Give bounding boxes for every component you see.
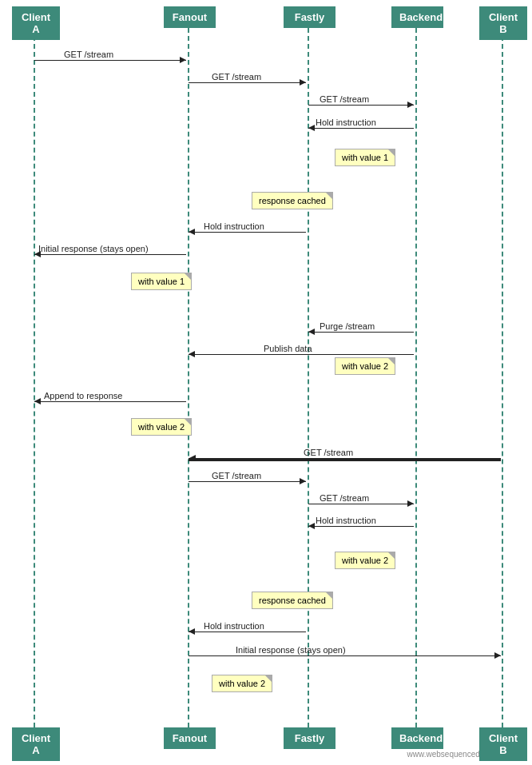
arrow-append bbox=[34, 401, 186, 402]
arrow-get-stream-3 bbox=[308, 105, 414, 106]
note-with-value-1b: with value 1 bbox=[131, 273, 192, 290]
arrow-initial-response-1 bbox=[34, 254, 186, 255]
label-publish: Publish data bbox=[264, 344, 312, 353]
label-get-stream-3: GET /stream bbox=[320, 94, 369, 104]
lifeline-clientB bbox=[502, 28, 503, 735]
participant-fanout-top: Fanout bbox=[164, 6, 216, 28]
participant-backend-top: Backend bbox=[391, 6, 443, 28]
participant-fanout-bottom: Fanout bbox=[164, 727, 216, 749]
arrow-initial-response-2 bbox=[189, 655, 501, 656]
label-hold-1: Hold instruction bbox=[316, 118, 376, 127]
arrow-hold-4 bbox=[189, 632, 306, 632]
arrow-publish bbox=[189, 354, 414, 355]
note-with-value-2b: with value 2 bbox=[131, 418, 192, 436]
label-hold-2: Hold instruction bbox=[204, 221, 264, 231]
note-with-value-1a: with value 1 bbox=[335, 149, 395, 166]
note-response-cached-2: response cached bbox=[252, 592, 333, 609]
arrow-get-stream-1 bbox=[34, 60, 186, 61]
note-with-value-2c: with value 2 bbox=[335, 552, 395, 569]
lifeline-fastly bbox=[308, 28, 309, 735]
label-get-stream-2: GET /stream bbox=[212, 72, 261, 82]
participant-fastly-top: Fastly bbox=[284, 6, 335, 28]
label-hold-4: Hold instruction bbox=[204, 621, 264, 631]
diagram-container: Client A Fanout Fastly Backend Client B … bbox=[0, 0, 532, 765]
arrow-hold-2 bbox=[189, 232, 306, 233]
participant-clientA-bottom: Client A bbox=[12, 727, 60, 761]
arrow-hold-3 bbox=[308, 526, 414, 527]
arrow-get-stream-4 bbox=[189, 481, 306, 482]
participant-backend-bottom: Backend bbox=[391, 727, 443, 749]
arrow-get-stream-clientB-2 bbox=[189, 460, 501, 461]
label-get-stream-clientB: GET /stream bbox=[304, 448, 353, 457]
lifeline-backend bbox=[415, 28, 417, 735]
arrow-get-stream-2 bbox=[189, 82, 306, 83]
arrow-purge bbox=[308, 332, 414, 333]
label-initial-response-2: Initial response (stays open) bbox=[236, 645, 346, 655]
label-append: Append to response bbox=[44, 391, 122, 400]
label-get-stream-5: GET /stream bbox=[320, 493, 369, 503]
participant-clientA-top: Client A bbox=[12, 6, 60, 40]
participant-clientB-bottom: Client B bbox=[479, 727, 527, 761]
label-get-stream-4: GET /stream bbox=[212, 471, 261, 480]
note-with-value-2a: with value 2 bbox=[335, 357, 395, 375]
note-response-cached-1: response cached bbox=[252, 192, 333, 209]
label-initial-response-1: Initial response (stays open) bbox=[38, 244, 149, 253]
participant-fastly-bottom: Fastly bbox=[284, 727, 335, 749]
label-purge: Purge /stream bbox=[320, 321, 375, 331]
note-with-value-2d: with value 2 bbox=[212, 675, 272, 692]
label-get-stream-1: GET /stream bbox=[64, 50, 113, 59]
arrow-get-stream-5 bbox=[308, 504, 414, 504]
participant-clientB-top: Client B bbox=[479, 6, 527, 40]
arrow-hold-1 bbox=[308, 128, 414, 129]
arrowhead-clientB bbox=[189, 455, 196, 461]
label-hold-3: Hold instruction bbox=[316, 516, 376, 525]
lifeline-clientA bbox=[34, 28, 35, 735]
